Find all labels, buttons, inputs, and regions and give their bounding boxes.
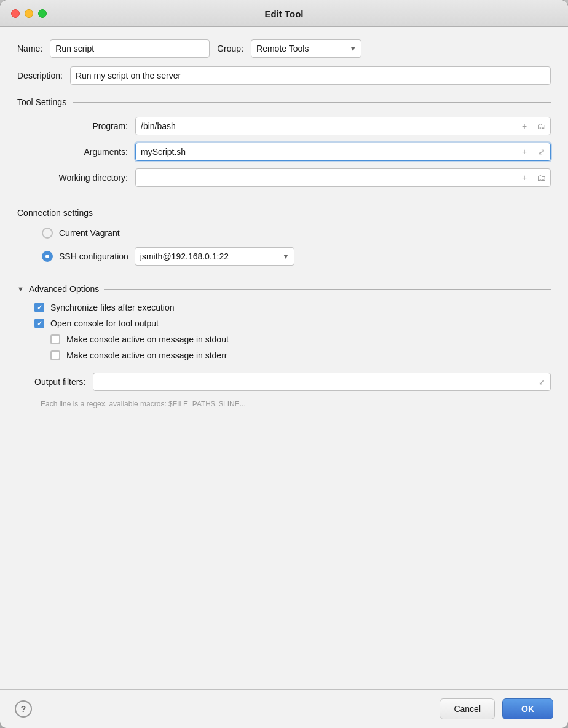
ssh-config-label: SSH configuration (59, 251, 128, 261)
working-directory-row: Working directory: + 🗂 (42, 168, 551, 187)
console-stderr-checkbox[interactable] (50, 350, 60, 360)
group-select[interactable]: Remote Tools Local Tools (251, 39, 361, 58)
program-input-wrapper: + 🗂 (135, 117, 551, 135)
ssh-config-radio[interactable] (42, 251, 53, 262)
sub-checkboxes: Make console active on message in stdout… (34, 334, 551, 360)
arguments-input[interactable] (136, 143, 516, 160)
open-console-checkbox[interactable]: ✓ (34, 318, 44, 328)
arguments-input-wrapper: + ⤢ (135, 143, 551, 161)
current-vagrant-radio[interactable] (42, 228, 53, 239)
group-select-wrapper: Remote Tools Local Tools ▼ (251, 39, 361, 58)
maximize-button[interactable] (38, 9, 47, 18)
connection-settings-divider (99, 213, 551, 213)
output-filters-hint: Each line is a regex, available macros: … (34, 400, 551, 408)
name-input[interactable] (50, 39, 210, 58)
advanced-options-section: ▼ Advanced Options ✓ Synchronize files a… (17, 284, 551, 408)
sync-files-row: ✓ Synchronize files after execution (34, 303, 551, 312)
ssh-config-row: SSH configuration jsmith@192.168.0.1:22 … (42, 247, 551, 266)
advanced-options-header[interactable]: ▼ Advanced Options (17, 284, 551, 294)
sync-files-check-icon: ✓ (37, 304, 42, 311)
advanced-options-divider (104, 289, 551, 290)
description-label: Description: (17, 71, 63, 81)
tool-settings-fields: Program: + 🗂 Arguments: + ⤢ (17, 117, 551, 187)
dialog-content: Name: Group: Remote Tools Local Tools ▼ … (0, 27, 568, 689)
help-button[interactable]: ? (15, 700, 32, 718)
edit-tool-dialog: Edit Tool Name: Group: Remote Tools Loca… (0, 0, 568, 728)
traffic-lights (11, 9, 47, 18)
console-stderr-row: Make console active on message in stderr (50, 350, 551, 360)
sync-files-checkbox[interactable]: ✓ (34, 303, 44, 312)
working-directory-browse-button[interactable]: 🗂 (533, 169, 550, 186)
advanced-options-content: ✓ Synchronize files after execution ✓ Op… (17, 303, 551, 408)
name-group-row: Name: Group: Remote Tools Local Tools ▼ (17, 39, 551, 58)
console-stdout-label: Make console active on message in stdout (66, 334, 229, 344)
footer-actions: Cancel OK (440, 698, 553, 719)
connection-settings-title: Connection settings (17, 208, 93, 218)
ssh-select[interactable]: jsmith@192.168.0.1:22 (135, 247, 294, 266)
console-stdout-checkbox[interactable] (50, 334, 60, 344)
output-filters-row: Output filters: ⤢ (34, 373, 551, 391)
sync-files-label: Synchronize files after execution (50, 303, 175, 312)
output-filters-input[interactable] (98, 377, 538, 387)
console-stderr-label: Make console active on message in stderr (66, 350, 227, 360)
program-row: Program: + 🗂 (42, 117, 551, 135)
output-filters-input-wrapper: ⤢ (93, 373, 551, 391)
working-directory-label: Working directory: (42, 173, 128, 183)
ssh-select-wrapper: jsmith@192.168.0.1:22 ▼ (135, 247, 294, 266)
working-directory-input[interactable] (136, 169, 516, 186)
current-vagrant-label: Current Vagrant (59, 228, 120, 238)
program-browse-button[interactable]: 🗂 (533, 117, 550, 135)
dialog-title: Edit Tool (264, 9, 303, 19)
program-label: Program: (42, 121, 128, 131)
open-console-row: ✓ Open console for tool output (34, 318, 551, 328)
connection-settings-header: Connection settings (17, 208, 551, 218)
current-vagrant-row: Current Vagrant (42, 228, 551, 239)
minimize-button[interactable] (25, 9, 33, 18)
tool-settings-header: Tool Settings (17, 97, 551, 107)
output-filters-label: Output filters: (34, 377, 85, 387)
tool-settings-title: Tool Settings (17, 97, 66, 107)
program-add-button[interactable]: + (516, 117, 533, 135)
arguments-row: Arguments: + ⤢ (42, 143, 551, 161)
working-directory-input-wrapper: + 🗂 (135, 168, 551, 187)
open-console-label: Open console for tool output (50, 318, 159, 328)
open-console-check-icon: ✓ (37, 320, 42, 327)
tool-settings-divider (73, 102, 551, 103)
console-stdout-row: Make console active on message in stdout (50, 334, 551, 344)
description-row: Description: (17, 66, 551, 85)
arguments-label: Arguments: (42, 147, 128, 157)
connection-settings-section: Connection settings Current Vagrant SSH … (17, 208, 551, 266)
program-input[interactable] (136, 117, 516, 135)
description-input[interactable] (70, 66, 551, 85)
title-bar: Edit Tool (0, 0, 568, 27)
advanced-options-chevron-icon: ▼ (17, 285, 24, 293)
output-filters-expand-icon[interactable]: ⤢ (538, 378, 545, 387)
ok-button[interactable]: OK (502, 698, 553, 719)
working-directory-add-button[interactable]: + (516, 169, 533, 186)
connection-options: Current Vagrant SSH configuration jsmith… (17, 228, 551, 266)
advanced-options-title: Advanced Options (29, 284, 99, 294)
dialog-footer: ? Cancel OK (0, 689, 568, 728)
name-label: Name: (17, 44, 42, 53)
arguments-expand-button[interactable]: ⤢ (533, 143, 550, 160)
cancel-button[interactable]: Cancel (440, 698, 495, 719)
close-button[interactable] (11, 9, 20, 18)
arguments-add-button[interactable]: + (516, 143, 533, 160)
group-label: Group: (217, 44, 243, 53)
tool-settings-section: Tool Settings Program: + 🗂 Arguments: (17, 97, 551, 187)
